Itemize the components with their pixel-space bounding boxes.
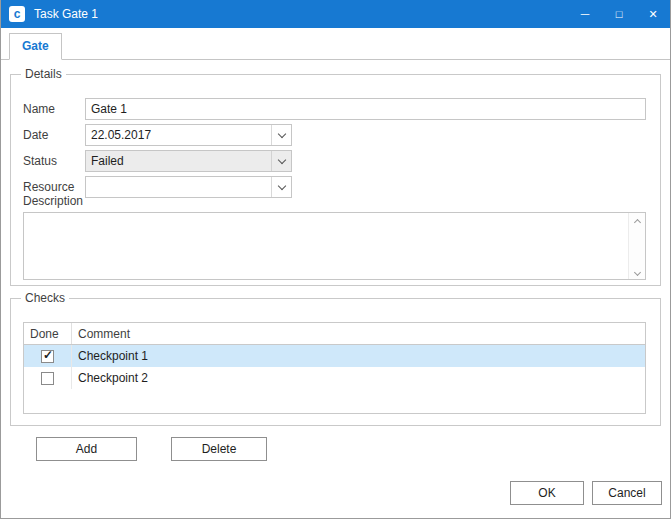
name-label: Name xyxy=(23,102,55,116)
resource-label: Resource xyxy=(23,180,74,194)
done-checkbox[interactable] xyxy=(41,350,54,363)
description-field xyxy=(23,212,646,280)
description-label: Description xyxy=(23,194,83,208)
minimize-icon: ─ xyxy=(581,7,590,21)
status-label: Status xyxy=(23,154,57,168)
close-button[interactable]: ✕ xyxy=(636,0,670,28)
checks-group-label: Checks xyxy=(21,291,69,305)
tab-gate[interactable]: Gate xyxy=(9,33,62,60)
checks-table-header: Done Comment xyxy=(24,323,645,345)
maximize-button[interactable]: □ xyxy=(602,0,636,28)
status-dropdown-button xyxy=(271,151,291,171)
delete-button[interactable]: Delete xyxy=(171,437,267,461)
tab-strip: Gate xyxy=(1,28,670,60)
resource-combobox[interactable] xyxy=(85,176,292,198)
dialog-content: Details Name Date Status Resource Descri… xyxy=(1,60,670,518)
close-icon: ✕ xyxy=(648,8,657,21)
add-button[interactable]: Add xyxy=(36,437,137,461)
comment-cell[interactable]: Checkpoint 1 xyxy=(72,349,645,363)
date-input[interactable] xyxy=(86,125,271,145)
scroll-up-icon[interactable] xyxy=(633,219,640,226)
window-controls: ─ □ ✕ xyxy=(568,0,670,28)
date-label: Date xyxy=(23,128,48,142)
app-icon: c xyxy=(9,6,25,22)
window-title: Task Gate 1 xyxy=(34,7,568,21)
chevron-down-icon xyxy=(277,129,285,137)
dialog-window: c Task Gate 1 ─ □ ✕ Gate Details Name Da… xyxy=(0,0,671,519)
title-bar[interactable]: c Task Gate 1 ─ □ ✕ xyxy=(1,0,670,28)
table-row[interactable]: Checkpoint 1 xyxy=(24,345,645,367)
status-input xyxy=(86,151,271,171)
column-header-comment: Comment xyxy=(72,323,645,344)
table-row[interactable]: Checkpoint 2 xyxy=(24,367,645,389)
comment-cell[interactable]: Checkpoint 2 xyxy=(72,371,645,385)
description-scrollbar[interactable] xyxy=(628,213,645,279)
chevron-down-icon xyxy=(277,181,285,189)
ok-button[interactable]: OK xyxy=(510,481,584,505)
resource-dropdown-button[interactable] xyxy=(271,177,291,197)
maximize-icon: □ xyxy=(616,8,623,20)
scroll-down-icon[interactable] xyxy=(633,269,640,276)
done-cell xyxy=(24,345,72,367)
details-group-label: Details xyxy=(21,67,66,81)
resource-input[interactable] xyxy=(86,177,271,197)
date-combobox[interactable] xyxy=(85,124,292,146)
date-dropdown-button[interactable] xyxy=(271,125,291,145)
chevron-down-icon xyxy=(277,155,285,163)
minimize-button[interactable]: ─ xyxy=(568,0,602,28)
app-icon-glyph: c xyxy=(14,7,21,21)
name-input[interactable] xyxy=(85,98,646,120)
done-cell xyxy=(24,367,72,389)
checks-table: Done Comment Checkpoint 1 Checkpoint 2 xyxy=(23,322,646,414)
column-header-done: Done xyxy=(24,323,72,344)
cancel-button[interactable]: Cancel xyxy=(592,481,662,505)
status-combobox xyxy=(85,150,292,172)
description-textarea[interactable] xyxy=(24,213,628,279)
done-checkbox[interactable] xyxy=(41,372,54,385)
